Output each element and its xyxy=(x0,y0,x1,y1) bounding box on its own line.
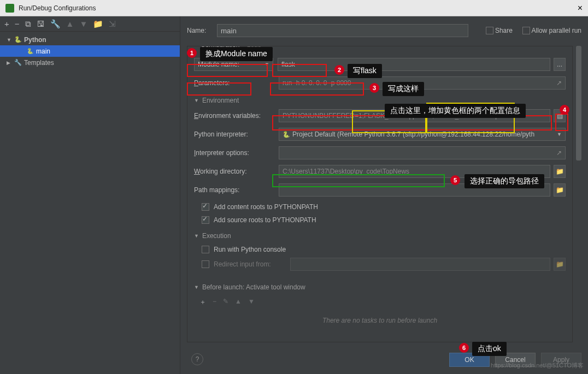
interp-opts-input[interactable]: ↗ xyxy=(279,146,566,159)
tree-label: Templates xyxy=(24,59,54,67)
add-source-roots-label: Add source roots to PYTHONPATH xyxy=(214,216,316,224)
execution-section[interactable]: ▼Execution xyxy=(194,232,566,240)
apply-button[interactable]: Apply xyxy=(541,353,581,367)
up-icon[interactable]: ▲ xyxy=(66,19,74,28)
cancel-button[interactable]: Cancel xyxy=(495,353,536,367)
add-source-roots-checkbox[interactable] xyxy=(202,216,209,224)
module-name-label: Module name: xyxy=(198,61,239,68)
wrench-icon[interactable]: 🔧 xyxy=(50,19,61,29)
interpreter-label: Python interpreter: xyxy=(194,130,279,138)
no-tasks-message: There are no tasks to run before launch xyxy=(194,317,566,324)
folder-icon[interactable]: 📁 xyxy=(93,19,103,29)
up-icon[interactable]: ▲ xyxy=(235,298,242,307)
dialog-footer: OK Cancel Apply xyxy=(180,346,588,374)
workdir-label: Working directory: xyxy=(194,168,279,175)
remove-icon[interactable]: − xyxy=(15,19,20,28)
before-launch-toolbar: ＋ − ✎ ▲ ▼ xyxy=(194,294,566,307)
config-tree: ▼ 🐍 Python 🐍 main ▶ 🔧 Templates xyxy=(0,32,180,70)
name-input[interactable] xyxy=(217,24,468,37)
scrollbar-thumb[interactable] xyxy=(576,46,581,161)
tree-label: main xyxy=(36,48,50,55)
main-panel: Name: Share Allow parallel run Configura… xyxy=(180,16,588,374)
run-console-label: Run with Python console xyxy=(214,246,286,253)
before-launch-section[interactable]: ▼Before launch: Activate tool window xyxy=(194,283,566,291)
down-icon[interactable]: ▼ xyxy=(248,298,255,307)
wrench-icon: 🔧 xyxy=(14,59,22,67)
collapse-icon[interactable]: ⇲ xyxy=(109,19,116,29)
chevron-down-icon[interactable]: ▼ xyxy=(7,37,12,43)
interpreter-dropdown[interactable]: 🐍 Project Default (Remote Python 3.6.7 (… xyxy=(279,128,566,141)
parameters-input[interactable]: run -h 0. 0. 0. 0 -p 8000 ↗ xyxy=(279,76,566,90)
tree-node-main[interactable]: 🐍 main xyxy=(0,45,180,57)
expand-icon[interactable]: ↗ xyxy=(556,79,562,87)
workdir-browse-button[interactable]: 📁 xyxy=(554,165,566,178)
workdir-input[interactable]: C:\Users\11737\Desktop\py_code\TopNews xyxy=(279,165,550,178)
chevron-down-icon: ▼ xyxy=(264,62,269,67)
redirect-label: Redirect input from: xyxy=(214,260,290,268)
tree-node-python[interactable]: ▼ 🐍 Python xyxy=(0,34,180,45)
add-icon[interactable]: ＋ xyxy=(199,298,206,307)
expand-icon[interactable]: ↗ xyxy=(556,149,562,157)
python-icon: 🐍 xyxy=(14,36,22,44)
envvars-label: Environment variables: xyxy=(194,112,279,120)
name-label: Name: xyxy=(187,27,217,34)
copy-icon[interactable]: ⧉ xyxy=(25,19,31,29)
help-button[interactable]: ? xyxy=(191,353,203,365)
envvars-edit-button[interactable]: ▤ xyxy=(554,109,566,122)
add-content-roots-checkbox[interactable] xyxy=(202,203,209,211)
python-icon: 🐍 xyxy=(26,48,34,55)
tab-logs[interactable]: Logs xyxy=(247,46,261,49)
interp-opts-label: Interpreter options: xyxy=(194,149,279,157)
remove-icon[interactable]: − xyxy=(213,298,216,307)
edit-icon[interactable]: ✎ xyxy=(223,298,228,307)
pathmap-input[interactable] xyxy=(279,183,550,197)
script-kind-dropdown[interactable]: Module name: ▼ xyxy=(194,58,273,71)
tab-configuration[interactable]: Configuration Logs xyxy=(197,46,264,49)
environment-section[interactable]: ▼Environment xyxy=(194,97,566,104)
redirect-checkbox[interactable] xyxy=(202,260,209,268)
tree-node-templates[interactable]: ▶ 🔧 Templates xyxy=(0,57,180,68)
chevron-right-icon[interactable]: ▶ xyxy=(7,60,12,66)
pathmap-label: Path mappings: xyxy=(194,186,279,194)
share-checkbox[interactable]: Share xyxy=(486,27,513,35)
add-icon[interactable]: + xyxy=(4,19,9,28)
sidebar-toolbar: + − ⧉ 🖫 🔧 ▲ ▼ 📁 ⇲ xyxy=(0,16,180,32)
envvars-input[interactable]: PYTHONUNBUFFERED=1;FLASK_APP=app.main;FL… xyxy=(279,109,550,122)
pathmap-browse-button[interactable]: 📁 xyxy=(554,183,566,197)
python-icon: 🐍 xyxy=(283,130,290,138)
share-label: Share xyxy=(495,27,513,34)
run-console-checkbox[interactable] xyxy=(202,246,209,253)
save-icon[interactable]: 🖫 xyxy=(37,19,45,28)
redirect-input xyxy=(290,258,550,271)
parameters-label: PParameters:arameters: xyxy=(194,79,279,87)
allow-parallel-label: Allow parallel run xyxy=(532,27,581,34)
config-panel: Configuration Logs Module name: ▼ flask … xyxy=(187,46,573,342)
module-browse-button[interactable]: ... xyxy=(554,58,566,71)
sidebar: + − ⧉ 🖫 🔧 ▲ ▼ 📁 ⇲ ▼ 🐍 Python 🐍 main ▶ 🔧 xyxy=(0,16,180,374)
redirect-browse-button: 📁 xyxy=(554,258,566,271)
chevron-down-icon: ▼ xyxy=(557,132,562,137)
close-icon[interactable]: × xyxy=(578,3,583,13)
down-icon[interactable]: ▼ xyxy=(79,19,87,28)
add-content-roots-label: Add content roots to PYTHONPATH xyxy=(214,203,318,211)
app-icon xyxy=(5,4,14,13)
tree-label: Python xyxy=(24,36,46,44)
allow-parallel-checkbox[interactable]: Allow parallel run xyxy=(522,27,581,35)
vertical-scrollbar[interactable] xyxy=(576,46,581,342)
module-name-input[interactable]: flask xyxy=(278,58,550,71)
titlebar: Run/Debug Configurations × xyxy=(0,0,588,16)
window-title: Run/Debug Configurations xyxy=(19,4,578,12)
ok-button[interactable]: OK xyxy=(449,353,490,367)
